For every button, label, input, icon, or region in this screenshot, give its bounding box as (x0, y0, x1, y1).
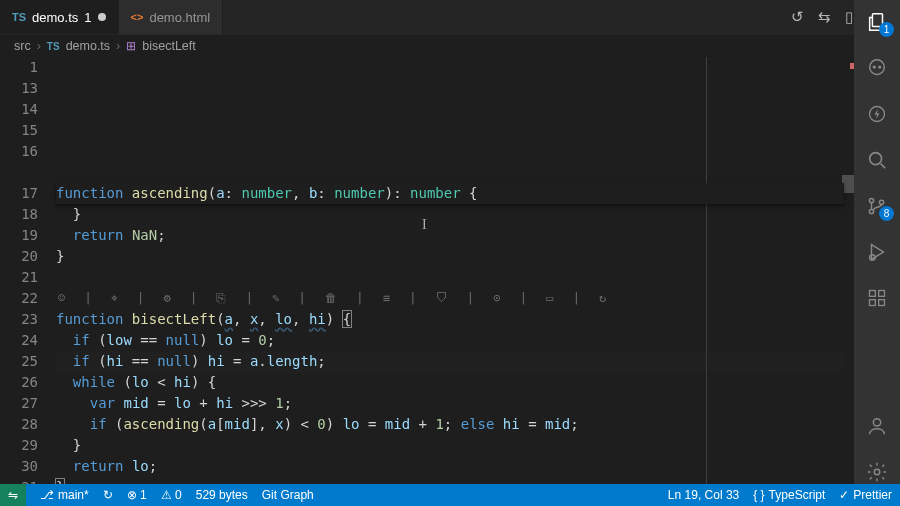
svg-point-8 (869, 209, 873, 213)
run-icon[interactable] (865, 240, 889, 264)
code-area[interactable]: I function ascending(a: number, b: numbe… (56, 57, 854, 484)
code-line[interactable]: } (56, 246, 844, 267)
badge: 8 (879, 206, 894, 221)
branch-icon: ⎇ (40, 488, 54, 502)
extensions-icon[interactable] (865, 286, 889, 310)
history-icon[interactable]: ↺ (791, 8, 804, 26)
breadcrumb-symbol[interactable]: bisectLeft (142, 39, 196, 53)
breadcrumb[interactable]: src › TS demo.ts › ⊞ bisectLeft (0, 35, 900, 57)
code-line[interactable]: while (lo < hi) { (56, 372, 844, 393)
tab-label: demo.html (149, 10, 210, 25)
language-mode[interactable]: { } TypeScript (753, 488, 825, 502)
formatter[interactable]: ✓ Prettier (839, 488, 892, 502)
codelens-actions[interactable]: ☺ | ⌖ | ⚙ | ⎘ | ✎ | 🗑 | ≡ | ⛉ | ⊙ | ▭ | … (56, 288, 844, 309)
symbol-method-icon: ⊞ (126, 39, 136, 53)
chevron-right-icon: › (116, 39, 120, 53)
svg-rect-13 (870, 300, 876, 306)
check-icon: ✓ (839, 488, 849, 502)
search-icon[interactable] (865, 148, 889, 172)
git-branch[interactable]: ⎇ main* (40, 488, 89, 502)
code-line[interactable]: return NaN; (56, 225, 844, 246)
svg-point-2 (873, 66, 875, 68)
svg-rect-12 (879, 291, 885, 297)
ts-file-icon: TS (47, 41, 60, 52)
unsaved-dot-icon[interactable] (98, 13, 106, 21)
svg-point-15 (873, 419, 880, 426)
code-line[interactable] (56, 267, 844, 288)
split-editor-icon[interactable]: ▯ (845, 8, 853, 26)
editor[interactable]: 113141516171819202122232425262728293031 … (0, 57, 854, 484)
breadcrumb-file[interactable]: demo.ts (66, 39, 110, 53)
svg-point-1 (870, 60, 885, 75)
remote-indicator[interactable]: ⇋ (0, 484, 26, 506)
code-line[interactable]: if (ascending(a[mid], x) < 0) lo = mid +… (56, 414, 844, 435)
git-graph-button[interactable]: Git Graph (262, 488, 314, 502)
sync-icon[interactable]: ↻ (103, 488, 113, 502)
svg-point-16 (874, 469, 880, 475)
bolt-icon[interactable] (865, 102, 889, 126)
svg-rect-14 (879, 300, 885, 306)
source-control-icon[interactable]: 8 (865, 194, 889, 218)
svg-point-9 (879, 200, 883, 204)
ts-file-icon: TS (12, 11, 26, 23)
svg-line-6 (881, 164, 886, 169)
badge: 1 (879, 22, 894, 37)
status-bar: ⇋ ⎇ main* ↻ ⊗ 1 ⚠ 0 529 bytes Git Graph … (0, 484, 900, 506)
tab-bar: TS demo.ts 1 <> demo.html ↺ ⇆ ▯ … (0, 0, 900, 35)
activity-bar: 18 (854, 0, 900, 484)
account-icon[interactable] (865, 414, 889, 438)
line-number-gutter[interactable]: 113141516171819202122232425262728293031 (0, 57, 56, 484)
tab-demo-html[interactable]: <> demo.html (119, 0, 224, 34)
breadcrumb-folder[interactable]: src (14, 39, 31, 53)
explorer-icon[interactable]: 1 (865, 10, 889, 34)
svg-point-3 (879, 66, 881, 68)
svg-point-7 (869, 198, 873, 202)
code-line[interactable]: var mid = lo + hi >>> 1; (56, 393, 844, 414)
cursor-position[interactable]: Ln 19, Col 33 (668, 488, 739, 502)
code-line[interactable]: return lo; (56, 456, 844, 477)
code-line[interactable]: } (56, 204, 844, 225)
code-line[interactable]: function ascending(a: number, b: number)… (56, 183, 844, 204)
svg-rect-11 (870, 291, 876, 297)
code-line[interactable]: if (low == null) lo = 0; (56, 330, 844, 351)
copilot-icon[interactable] (865, 56, 889, 80)
problems-warnings[interactable]: ⚠ 0 (161, 488, 182, 502)
html-file-icon: <> (131, 11, 144, 23)
tab-label: demo.ts (32, 10, 78, 25)
tab-demo-ts[interactable]: TS demo.ts 1 (0, 0, 119, 34)
tab-dirty-badge: 1 (84, 10, 91, 25)
code-line[interactable]: if (hi == null) hi = a.length; (56, 351, 844, 372)
chevron-right-icon: › (37, 39, 41, 53)
compare-icon[interactable]: ⇆ (818, 8, 831, 26)
code-line[interactable]: function bisectLeft(a, x, lo, hi) { (56, 309, 844, 330)
svg-point-5 (870, 153, 882, 165)
settings-icon[interactable] (865, 460, 889, 484)
problems-errors[interactable]: ⊗ 1 (127, 488, 147, 502)
braces-icon: { } (753, 488, 764, 502)
file-size[interactable]: 529 bytes (196, 488, 248, 502)
code-line[interactable]: } (56, 435, 844, 456)
